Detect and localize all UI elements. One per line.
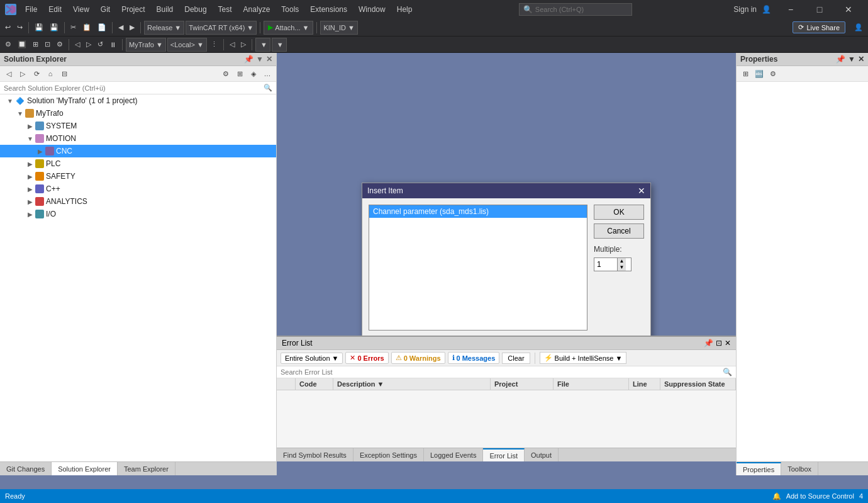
toolbar-redo[interactable]: ↪ [14, 22, 25, 33]
menu-git[interactable]: Git [96, 4, 115, 15]
props-pin-icon[interactable]: 📌 [836, 55, 845, 64]
se-btn-settings[interactable]: ⚙ [220, 67, 232, 80]
tab-git-changes[interactable]: Git Changes [0, 462, 52, 475]
dialog-ok-button[interactable]: OK [594, 205, 644, 220]
menu-tools[interactable]: Tools [276, 4, 304, 15]
messages-button[interactable]: ℹ 0 Messages [448, 352, 500, 364]
dialog-multiple-spinner[interactable]: 1 ▲ ▼ [594, 257, 632, 271]
tree-item-system[interactable]: ▶ SYSTEM [0, 120, 276, 132]
menu-window[interactable]: Window [353, 4, 391, 15]
dialog-list-item-0[interactable]: Channel parameter (sda_mds1.lis) [369, 205, 587, 218]
props-options-icon[interactable]: ▼ [848, 55, 855, 64]
tree-expand-motion[interactable]: ▼ [25, 135, 35, 142]
dialog-close-button[interactable]: ✕ [638, 186, 645, 196]
tab-error-list[interactable]: Error List [483, 448, 525, 461]
attach-button[interactable]: ▶ Attach... ▼ [264, 21, 313, 35]
tree-item-motion[interactable]: ▼ MOTION [0, 132, 276, 145]
panel-pin-button[interactable]: 📌 [244, 55, 253, 64]
menu-analyze[interactable]: Analyze [238, 4, 275, 15]
tb2-btn7[interactable]: ▷ [84, 39, 94, 50]
spinner-up[interactable]: ▲ [617, 258, 626, 264]
tb2-nav1[interactable]: ◁ [227, 39, 237, 50]
props-close-icon[interactable]: ✕ [858, 55, 864, 64]
kin-id-dropdown[interactable]: KIN_ID ▼ [320, 21, 357, 35]
local-dropdown[interactable]: <Local> ▼ [167, 38, 207, 52]
error-pin-icon[interactable]: 📌 [704, 339, 713, 348]
tab-logged-events[interactable]: Logged Events [424, 448, 483, 461]
spinner-down[interactable]: ▼ [617, 264, 626, 271]
tab-exception-settings[interactable]: Exception Settings [353, 448, 424, 461]
tb2-btn1[interactable]: ⚙ [3, 39, 14, 50]
account-icon[interactable]: 👤 [762, 5, 771, 14]
se-btn-sync[interactable]: ⟳ [30, 67, 43, 80]
menu-project[interactable]: Project [116, 4, 150, 15]
toolbar-cut[interactable]: ✂ [68, 22, 79, 33]
clear-button[interactable]: Clear [502, 353, 530, 364]
live-share-button[interactable]: ⟳ Live Share [793, 21, 845, 33]
tab-toolbox[interactable]: Toolbox [781, 462, 818, 475]
tree-item-cnc[interactable]: ▶ CNC [0, 145, 276, 157]
tree-item-safety[interactable]: ▶ SAFETY [0, 170, 276, 183]
tree-expand-cnc[interactable]: ▶ [35, 148, 45, 155]
tab-output[interactable]: Output [525, 448, 559, 461]
error-search-input[interactable] [281, 368, 723, 376]
global-search-input[interactable] [535, 6, 617, 13]
props-btn-category[interactable]: ⊞ [739, 67, 752, 80]
tb2-btn3[interactable]: ⊞ [30, 39, 41, 50]
tree-expand-system[interactable]: ▶ [25, 123, 35, 130]
toolbar-back[interactable]: ◀ [116, 22, 126, 33]
menu-test[interactable]: Test [213, 4, 237, 15]
panel-close-button[interactable]: ✕ [266, 55, 272, 64]
toolbar-copy[interactable]: 📋 [80, 22, 94, 33]
tab-team-explorer[interactable]: Team Explorer [118, 462, 175, 475]
tb2-btn2[interactable]: 🔲 [15, 39, 29, 50]
notification-bell-icon[interactable]: 🔔 [772, 492, 781, 500]
global-search-box[interactable]: 🔍 [519, 3, 632, 16]
se-btn-back[interactable]: ◁ [3, 67, 15, 80]
tab-properties[interactable]: Properties [737, 462, 781, 475]
se-btn-collapse[interactable]: ⊟ [58, 67, 70, 80]
se-search-input[interactable] [4, 84, 264, 92]
col-header-file[interactable]: File [554, 378, 629, 390]
toolbar-paste[interactable]: 📄 [95, 22, 109, 33]
tree-expand-solution[interactable]: ▼ [5, 98, 15, 105]
tree-expand-io[interactable]: ▶ [25, 211, 35, 218]
error-search-box[interactable]: 🔍 [277, 366, 736, 378]
tree-item-solution[interactable]: ▼ 🔷 Solution 'MyTrafo' (1 of 1 project) [0, 94, 276, 107]
col-header-description[interactable]: Description ▼ [333, 378, 491, 390]
tree-expand-cpp[interactable]: ▶ [25, 186, 35, 193]
tree-item-plc[interactable]: ▶ PLC [0, 157, 276, 170]
dialog-item-list[interactable]: Channel parameter (sda_mds1.lis) [369, 205, 587, 331]
toolbar-save[interactable]: 💾 [32, 22, 46, 33]
se-btn-home[interactable]: ⌂ [44, 67, 57, 80]
panel-options-button[interactable]: ▼ [256, 55, 264, 64]
props-btn-props[interactable]: ⚙ [767, 67, 779, 80]
menu-help[interactable]: Help [392, 4, 418, 15]
warnings-button[interactable]: ⚠ 0 Warnings [391, 352, 445, 364]
tb2-btn4[interactable]: ⊡ [42, 39, 53, 50]
col-header-suppression[interactable]: Suppression State [660, 378, 736, 390]
toolbar-undo[interactable]: ↩ [3, 22, 13, 33]
tb2-btn6[interactable]: ◁ [72, 39, 82, 50]
minimize-button[interactable]: − [776, 0, 805, 19]
col-header-line[interactable]: Line [629, 378, 660, 390]
se-btn-active[interactable]: ◈ [247, 67, 260, 80]
menu-file[interactable]: File [20, 4, 42, 15]
tb2-btn5[interactable]: ⚙ [54, 39, 65, 50]
release-dropdown[interactable]: Release ▼ [144, 21, 184, 35]
errors-button[interactable]: ✕ 0 Errors [345, 352, 388, 364]
platform-dropdown[interactable]: TwinCAT RT (x64) ▼ [186, 21, 257, 35]
close-button[interactable]: ✕ [834, 0, 863, 19]
col-header-code[interactable]: Code [296, 378, 333, 390]
tab-find-symbol[interactable]: Find Symbol Results [277, 448, 353, 461]
menu-view[interactable]: View [68, 4, 94, 15]
menu-edit[interactable]: Edit [43, 4, 67, 15]
tb2-nav2[interactable]: ▷ [238, 39, 248, 50]
entire-solution-filter[interactable]: Entire Solution ▼ [281, 353, 343, 364]
dialog-multiple-input[interactable]: 1 [594, 259, 617, 270]
se-btn-forward[interactable]: ▷ [16, 67, 29, 80]
intellisense-button[interactable]: ⚡ Build + IntelliSense ▼ [540, 352, 627, 364]
tree-item-analytics[interactable]: ▶ ANALYTICS [0, 195, 276, 208]
toolbar-forward[interactable]: ▶ [127, 22, 137, 33]
se-search-box[interactable]: 🔍 [0, 82, 276, 94]
